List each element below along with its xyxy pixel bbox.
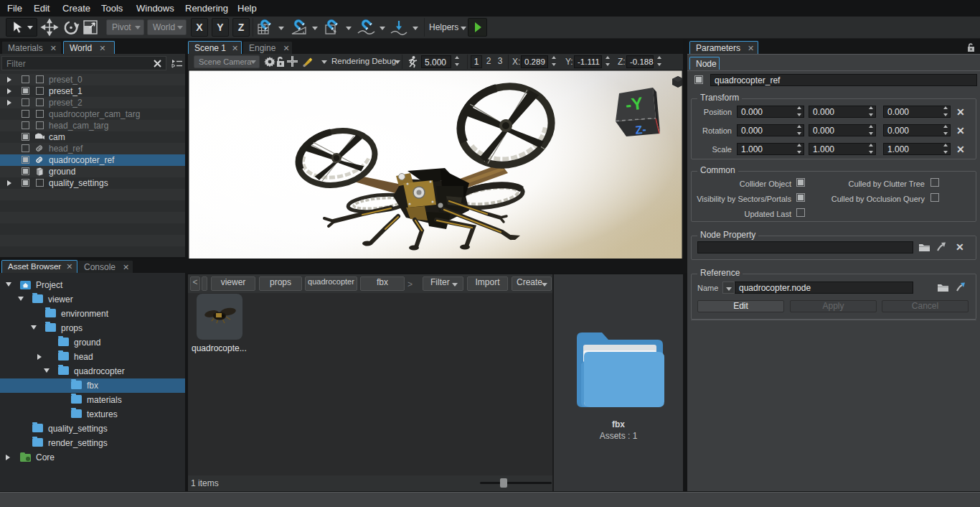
- svg-text:-Y: -Y: [624, 93, 644, 115]
- svg-text:Z-: Z-: [635, 123, 647, 136]
